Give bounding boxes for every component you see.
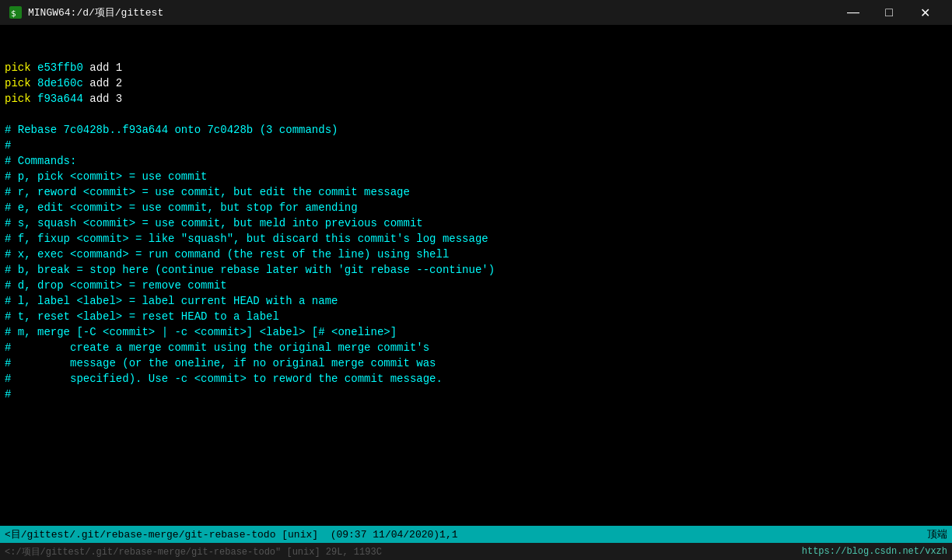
terminal-line: # Commands: <box>5 153 947 169</box>
comment-line: # specified). Use -c <commit> to reword … <box>5 373 443 385</box>
terminal-content: pick e53ffb0 add 1pick 8de160c add 2pick… <box>5 28 947 402</box>
status-bar-right: 顶端 <box>927 527 947 541</box>
terminal-line: # r, reword <commit> = use commit, but e… <box>5 184 947 200</box>
svg-text:$: $ <box>11 9 16 19</box>
terminal-line: pick f93a644 add 3 <box>5 91 947 107</box>
terminal-line: # <box>5 387 947 402</box>
terminal-line: # b, break = stop here (continue rebase … <box>5 262 947 278</box>
terminal-line: # f, fixup <commit> = like "squash", but… <box>5 231 947 247</box>
terminal-body[interactable]: pick e53ffb0 add 1pick 8de160c add 2pick… <box>0 25 952 526</box>
pick-hash: f93a644 <box>37 93 83 105</box>
terminal-line: # p, pick <commit> = use commit <box>5 169 947 184</box>
pick-keyword: pick <box>5 77 31 89</box>
pick-keyword: pick <box>5 93 31 105</box>
terminal-line: # x, exec <command> = run command (the r… <box>5 247 947 262</box>
pick-msg: add 2 <box>83 77 122 89</box>
terminal-line: # l, label <label> = label current HEAD … <box>5 293 947 309</box>
comment-line: # <box>5 388 11 401</box>
comment-line: # Rebase 7c0428b..f93a644 onto 7c0428b (… <box>5 124 338 136</box>
maximize-button[interactable]: □ <box>871 0 907 25</box>
terminal-line: # create a merge commit using the origin… <box>5 340 947 355</box>
terminal-line: # t, reset <label> = reset HEAD to a lab… <box>5 309 947 324</box>
pick-msg: add 1 <box>83 61 122 74</box>
terminal-line: # <box>5 138 947 153</box>
terminal-line: # e, edit <commit> = use commit, but sto… <box>5 200 947 215</box>
pick-keyword: pick <box>5 61 31 74</box>
bottom-bar-link: https://blog.csdn.net/vxzh <box>802 546 947 557</box>
terminal-line: # message (or the oneline, if no origina… <box>5 355 947 371</box>
close-button[interactable]: ✕ <box>907 0 943 25</box>
bottom-bar: <:/项目/gittest/.git/rebase-merge/git-reba… <box>0 543 952 560</box>
terminal-line: pick e53ffb0 add 1 <box>5 60 947 75</box>
pick-hash: e53ffb0 <box>37 61 83 74</box>
pick-msg: add 3 <box>83 93 122 105</box>
title-bar: $ MINGW64:/d/项目/gittest — □ ✕ <box>0 0 952 25</box>
window: $ MINGW64:/d/项目/gittest — □ ✕ pick e53ff… <box>0 0 952 560</box>
comment-line: # l, label <label> = label current HEAD … <box>5 295 338 307</box>
terminal-line: # d, drop <commit> = remove commit <box>5 278 947 293</box>
comment-line: # r, reword <commit> = use commit, but e… <box>5 186 410 198</box>
comment-line: # b, break = stop here (continue rebase … <box>5 264 495 276</box>
terminal-icon: $ <box>9 6 22 19</box>
comment-line: # f, fixup <commit> = like "squash", but… <box>5 233 488 245</box>
comment-line: # p, pick <commit> = use commit <box>5 170 207 183</box>
terminal-line: # specified). Use -c <commit> to reword … <box>5 371 947 387</box>
comment-line: # message (or the oneline, if no origina… <box>5 357 436 369</box>
comment-line: # t, reset <label> = reset HEAD to a lab… <box>5 310 279 323</box>
window-title: MINGW64:/d/项目/gittest <box>28 5 835 19</box>
terminal-line: # Rebase 7c0428b..f93a644 onto 7c0428b (… <box>5 122 947 138</box>
terminal-line <box>5 107 947 122</box>
window-controls: — □ ✕ <box>835 0 943 25</box>
comment-line: # e, edit <commit> = use commit, but sto… <box>5 201 358 214</box>
terminal-line: # s, squash <commit> = use commit, but m… <box>5 215 947 231</box>
comment-line: # x, exec <command> = run command (the r… <box>5 248 449 261</box>
comment-line: # <box>5 139 11 152</box>
comment-line: # Commands: <box>5 155 76 167</box>
terminal-line: # m, merge [-C <commit> | -c <commit>] <… <box>5 324 947 340</box>
comment-line: # d, drop <commit> = remove commit <box>5 279 227 292</box>
comment-line: # m, merge [-C <commit> | -c <commit>] <… <box>5 326 397 338</box>
bottom-bar-left: <:/项目/gittest/.git/rebase-merge/git-reba… <box>5 545 802 558</box>
terminal-line: pick 8de160c add 2 <box>5 75 947 91</box>
comment-line: # create a merge commit using the origin… <box>5 341 429 354</box>
status-bar: <目/gittest/.git/rebase-merge/git-rebase-… <box>0 526 952 543</box>
status-bar-left: <目/gittest/.git/rebase-merge/git-rebase-… <box>5 527 458 541</box>
comment-line: # s, squash <commit> = use commit, but m… <box>5 217 423 229</box>
minimize-button[interactable]: — <box>835 0 871 25</box>
pick-hash: 8de160c <box>37 77 83 89</box>
